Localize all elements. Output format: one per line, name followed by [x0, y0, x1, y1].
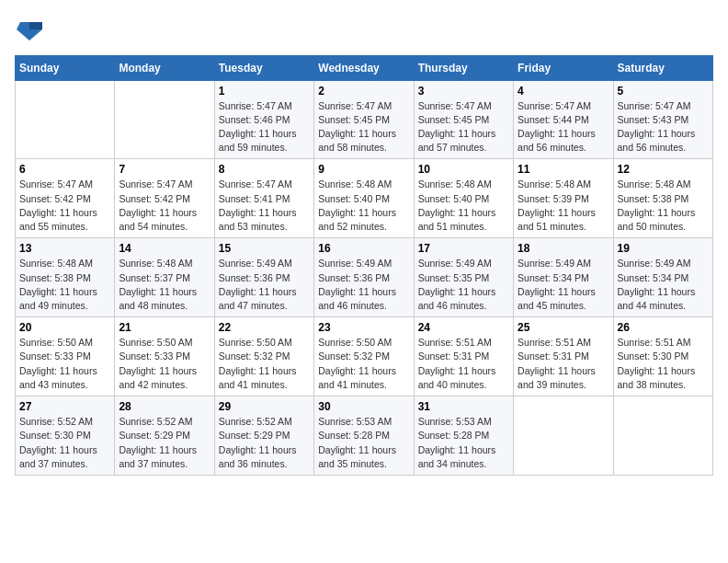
day-number: 12 [618, 163, 709, 176]
header-cell-wednesday: Wednesday [314, 55, 414, 80]
day-info: Sunrise: 5:47 AMSunset: 5:45 PMDaylight:… [418, 99, 509, 155]
day-info: Sunrise: 5:47 AMSunset: 5:42 PMDaylight:… [119, 178, 210, 234]
day-number: 27 [19, 400, 110, 413]
day-cell: 7Sunrise: 5:47 AMSunset: 5:42 PMDaylight… [115, 159, 214, 238]
day-info: Sunrise: 5:49 AMSunset: 5:34 PMDaylight:… [518, 257, 609, 313]
day-number: 15 [219, 242, 310, 255]
day-cell: 30Sunrise: 5:53 AMSunset: 5:28 PMDayligh… [314, 396, 414, 476]
day-cell: 20Sunrise: 5:50 AMSunset: 5:33 PMDayligh… [16, 317, 115, 396]
day-number: 10 [418, 163, 509, 176]
day-number: 6 [19, 163, 110, 176]
day-cell: 11Sunrise: 5:48 AMSunset: 5:39 PMDayligh… [514, 159, 613, 238]
day-number: 11 [518, 163, 609, 176]
day-info: Sunrise: 5:49 AMSunset: 5:34 PMDaylight:… [618, 257, 709, 313]
day-info: Sunrise: 5:47 AMSunset: 5:44 PMDaylight:… [518, 99, 609, 155]
day-number: 3 [418, 85, 509, 98]
day-number: 5 [618, 85, 709, 98]
day-number: 25 [518, 321, 609, 334]
day-cell: 27Sunrise: 5:52 AMSunset: 5:30 PMDayligh… [16, 396, 115, 476]
svg-marker-1 [29, 22, 42, 29]
day-cell: 10Sunrise: 5:48 AMSunset: 5:40 PMDayligh… [414, 159, 513, 238]
day-cell: 2Sunrise: 5:47 AMSunset: 5:45 PMDaylight… [314, 80, 414, 159]
day-info: Sunrise: 5:47 AMSunset: 5:46 PMDaylight:… [219, 99, 310, 155]
day-info: Sunrise: 5:50 AMSunset: 5:32 PMDaylight:… [219, 336, 310, 392]
week-row-1: 1Sunrise: 5:47 AMSunset: 5:46 PMDaylight… [16, 80, 713, 159]
day-info: Sunrise: 5:47 AMSunset: 5:45 PMDaylight:… [318, 99, 409, 155]
week-row-4: 20Sunrise: 5:50 AMSunset: 5:33 PMDayligh… [16, 317, 713, 396]
header-cell-saturday: Saturday [613, 55, 712, 80]
day-number: 19 [618, 242, 709, 255]
day-number: 13 [19, 242, 110, 255]
day-number: 9 [318, 163, 409, 176]
day-number: 22 [219, 321, 310, 334]
day-cell: 23Sunrise: 5:50 AMSunset: 5:32 PMDayligh… [314, 317, 414, 396]
day-info: Sunrise: 5:48 AMSunset: 5:38 PMDaylight:… [19, 257, 110, 313]
day-cell: 29Sunrise: 5:52 AMSunset: 5:29 PMDayligh… [214, 396, 313, 476]
day-cell [115, 80, 214, 159]
day-cell: 16Sunrise: 5:49 AMSunset: 5:36 PMDayligh… [314, 238, 414, 317]
day-info: Sunrise: 5:50 AMSunset: 5:33 PMDaylight:… [19, 336, 110, 392]
page-header [15, 15, 713, 48]
day-info: Sunrise: 5:51 AMSunset: 5:31 PMDaylight:… [418, 336, 509, 392]
day-number: 23 [318, 321, 409, 334]
day-info: Sunrise: 5:49 AMSunset: 5:35 PMDaylight:… [418, 257, 509, 313]
week-row-3: 13Sunrise: 5:48 AMSunset: 5:38 PMDayligh… [16, 238, 713, 317]
day-cell [16, 80, 115, 159]
day-number: 14 [119, 242, 210, 255]
day-cell: 1Sunrise: 5:47 AMSunset: 5:46 PMDaylight… [214, 80, 313, 159]
week-row-5: 27Sunrise: 5:52 AMSunset: 5:30 PMDayligh… [16, 396, 713, 476]
logo [15, 18, 42, 48]
day-info: Sunrise: 5:49 AMSunset: 5:36 PMDaylight:… [318, 257, 409, 313]
day-number: 7 [119, 163, 210, 176]
day-number: 18 [518, 242, 609, 255]
day-cell: 9Sunrise: 5:48 AMSunset: 5:40 PMDaylight… [314, 159, 414, 238]
calendar-table: SundayMondayTuesdayWednesdayThursdayFrid… [15, 55, 713, 476]
day-number: 30 [318, 400, 409, 413]
day-info: Sunrise: 5:48 AMSunset: 5:38 PMDaylight:… [618, 178, 709, 234]
header-cell-thursday: Thursday [414, 55, 513, 80]
day-info: Sunrise: 5:52 AMSunset: 5:29 PMDaylight:… [119, 415, 210, 471]
day-info: Sunrise: 5:48 AMSunset: 5:40 PMDaylight:… [318, 178, 409, 234]
logo-icon [17, 17, 42, 42]
day-info: Sunrise: 5:48 AMSunset: 5:37 PMDaylight:… [119, 257, 210, 313]
day-cell [514, 396, 613, 476]
day-number: 1 [219, 85, 310, 98]
day-cell: 17Sunrise: 5:49 AMSunset: 5:35 PMDayligh… [414, 238, 513, 317]
day-cell: 12Sunrise: 5:48 AMSunset: 5:38 PMDayligh… [613, 159, 712, 238]
day-cell: 5Sunrise: 5:47 AMSunset: 5:43 PMDaylight… [613, 80, 712, 159]
day-info: Sunrise: 5:52 AMSunset: 5:29 PMDaylight:… [219, 415, 310, 471]
day-cell: 25Sunrise: 5:51 AMSunset: 5:31 PMDayligh… [514, 317, 613, 396]
day-number: 21 [119, 321, 210, 334]
day-info: Sunrise: 5:53 AMSunset: 5:28 PMDaylight:… [418, 415, 509, 471]
day-info: Sunrise: 5:50 AMSunset: 5:32 PMDaylight:… [318, 336, 409, 392]
day-info: Sunrise: 5:47 AMSunset: 5:42 PMDaylight:… [19, 178, 110, 234]
day-cell: 4Sunrise: 5:47 AMSunset: 5:44 PMDaylight… [514, 80, 613, 159]
day-number: 29 [219, 400, 310, 413]
day-cell: 15Sunrise: 5:49 AMSunset: 5:36 PMDayligh… [214, 238, 313, 317]
header-row: SundayMondayTuesdayWednesdayThursdayFrid… [16, 55, 713, 80]
day-cell: 18Sunrise: 5:49 AMSunset: 5:34 PMDayligh… [514, 238, 613, 317]
day-cell: 14Sunrise: 5:48 AMSunset: 5:37 PMDayligh… [115, 238, 214, 317]
day-cell: 8Sunrise: 5:47 AMSunset: 5:41 PMDaylight… [214, 159, 313, 238]
day-number: 24 [418, 321, 509, 334]
day-cell: 21Sunrise: 5:50 AMSunset: 5:33 PMDayligh… [115, 317, 214, 396]
day-info: Sunrise: 5:51 AMSunset: 5:30 PMDaylight:… [618, 336, 709, 392]
day-cell: 6Sunrise: 5:47 AMSunset: 5:42 PMDaylight… [16, 159, 115, 238]
day-cell: 19Sunrise: 5:49 AMSunset: 5:34 PMDayligh… [613, 238, 712, 317]
header-cell-friday: Friday [514, 55, 613, 80]
day-info: Sunrise: 5:47 AMSunset: 5:41 PMDaylight:… [219, 178, 310, 234]
day-info: Sunrise: 5:49 AMSunset: 5:36 PMDaylight:… [219, 257, 310, 313]
day-number: 8 [219, 163, 310, 176]
day-cell: 24Sunrise: 5:51 AMSunset: 5:31 PMDayligh… [414, 317, 513, 396]
header-cell-tuesday: Tuesday [214, 55, 313, 80]
day-info: Sunrise: 5:47 AMSunset: 5:43 PMDaylight:… [618, 99, 709, 155]
day-cell [613, 396, 712, 476]
day-cell: 22Sunrise: 5:50 AMSunset: 5:32 PMDayligh… [214, 317, 313, 396]
day-number: 16 [318, 242, 409, 255]
day-cell: 28Sunrise: 5:52 AMSunset: 5:29 PMDayligh… [115, 396, 214, 476]
day-number: 2 [318, 85, 409, 98]
day-info: Sunrise: 5:53 AMSunset: 5:28 PMDaylight:… [318, 415, 409, 471]
day-number: 26 [618, 321, 709, 334]
day-info: Sunrise: 5:48 AMSunset: 5:40 PMDaylight:… [418, 178, 509, 234]
header-cell-sunday: Sunday [16, 55, 115, 80]
